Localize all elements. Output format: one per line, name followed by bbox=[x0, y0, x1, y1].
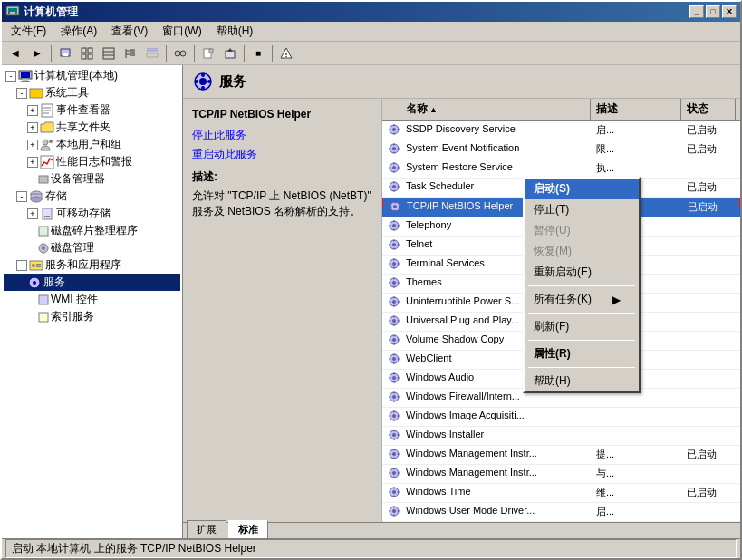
col-header-status[interactable]: 状态 bbox=[681, 99, 736, 120]
table-row[interactable]: Windows Management Instr...与...自动 bbox=[382, 465, 740, 484]
expand-root[interactable]: - bbox=[5, 71, 16, 82]
toolbar-import[interactable] bbox=[220, 44, 240, 63]
expand-removable[interactable]: + bbox=[27, 208, 38, 219]
ctx-sep2 bbox=[528, 313, 635, 314]
svg-point-165 bbox=[390, 434, 391, 436]
tree-item-wmi[interactable]: WMI 控件 bbox=[4, 291, 180, 308]
expand-storage[interactable]: - bbox=[16, 191, 27, 202]
tab-extended[interactable]: 扩展 bbox=[187, 520, 226, 538]
main-window: 计算机管理 _ □ ✕ 文件(F) 操作(A) 查看(V) 窗口(W) 帮助(H… bbox=[0, 0, 742, 560]
tree-item-users[interactable]: + 本地用户和组 bbox=[4, 136, 180, 153]
svg-point-170 bbox=[393, 458, 395, 459]
svg-point-123 bbox=[390, 301, 391, 303]
expand-share[interactable]: + bbox=[27, 122, 38, 133]
table-row[interactable]: Windows Installer手动 bbox=[382, 427, 740, 446]
row-icon bbox=[382, 237, 400, 255]
table-row[interactable]: System Restore Service执...已禁用 bbox=[382, 159, 740, 179]
minimize-button[interactable]: _ bbox=[689, 5, 704, 18]
restart-service-link[interactable]: 重启动此服务 bbox=[192, 147, 372, 162]
svg-point-108 bbox=[392, 262, 396, 266]
svg-point-64 bbox=[207, 80, 211, 83]
tree-item-event[interactable]: + 事件查看器 bbox=[4, 101, 180, 119]
svg-point-114 bbox=[392, 281, 396, 285]
row-name: Windows User Mode Driver... bbox=[400, 503, 591, 521]
table-row[interactable]: Windows Management Instr...提...已启动自动 bbox=[382, 446, 740, 465]
expand-event[interactable]: + bbox=[27, 105, 38, 116]
maximize-button[interactable]: □ bbox=[706, 5, 720, 18]
tools-icon bbox=[29, 86, 43, 101]
toolbar-list[interactable] bbox=[142, 44, 162, 63]
toolbar-sep3[interactable] bbox=[170, 44, 190, 63]
col-header-icon bbox=[382, 99, 400, 120]
tree-item-svcapp[interactable]: - 服务和应用程序 bbox=[4, 256, 180, 274]
disk-icon bbox=[38, 243, 49, 254]
ctx-sep3 bbox=[528, 340, 635, 341]
tree-item-defrag[interactable]: 磁盘碎片整理程序 bbox=[4, 222, 180, 239]
toolbar-grid1[interactable] bbox=[77, 44, 97, 63]
toolbar-grid2[interactable] bbox=[99, 44, 119, 63]
ctx-item-alltasks[interactable]: 所有任务(K) ▶ bbox=[525, 289, 639, 310]
toolbar-export[interactable] bbox=[198, 44, 218, 63]
tree-item-perf[interactable]: + 性能日志和警报 bbox=[4, 153, 180, 170]
toolbar-tree[interactable] bbox=[120, 44, 140, 63]
tree-item-services[interactable]: 服务 bbox=[4, 274, 180, 291]
col-header-desc[interactable]: 描述 bbox=[591, 99, 681, 120]
toolbar-help[interactable] bbox=[276, 44, 296, 63]
ctx-sep1 bbox=[528, 285, 635, 286]
tree-item-tools[interactable]: - 系统工具 bbox=[4, 84, 180, 101]
tree-item-device[interactable]: 设备管理器 bbox=[4, 170, 180, 188]
stop-service-link[interactable]: 停止此服务 bbox=[192, 128, 372, 143]
menu-action[interactable]: 操作(A) bbox=[53, 22, 104, 41]
toolbar-back[interactable]: ◀ bbox=[5, 44, 25, 63]
svg-point-50 bbox=[42, 246, 45, 250]
toolbar-up[interactable] bbox=[55, 44, 75, 63]
menu-window[interactable]: 窗口(W) bbox=[155, 22, 208, 41]
ctx-item-refresh[interactable]: 刷新(F) bbox=[525, 316, 639, 337]
close-button[interactable]: ✕ bbox=[722, 5, 737, 18]
panel-title: 服务 bbox=[219, 73, 246, 91]
ctx-item-help[interactable]: 帮助(H) bbox=[525, 371, 639, 391]
tab-standard[interactable]: 标准 bbox=[228, 520, 268, 538]
menu-file[interactable]: 文件(F) bbox=[4, 22, 53, 41]
table-row[interactable]: SSDP Discovery Service启...已启动手动 bbox=[382, 121, 740, 140]
expand-users[interactable]: + bbox=[27, 140, 38, 150]
ctx-item-pause[interactable]: 暂停(U) bbox=[525, 220, 639, 241]
svg-point-66 bbox=[392, 128, 396, 131]
svg-point-171 bbox=[390, 453, 391, 455]
col-header-name[interactable]: 名称 ▲ bbox=[400, 99, 591, 120]
row-desc bbox=[591, 408, 681, 426]
toolbar-stop[interactable]: ■ bbox=[248, 44, 268, 63]
expand-tools[interactable]: - bbox=[16, 88, 27, 99]
col-header-startup[interactable]: 启动类型 bbox=[736, 99, 740, 120]
table-row[interactable]: Windows Time维...已启动自动 bbox=[382, 484, 740, 503]
ctx-item-properties[interactable]: 属性(R) bbox=[525, 343, 639, 364]
ctx-item-stop[interactable]: 停止(T) bbox=[525, 199, 639, 220]
table-row[interactable]: Windows Image Acquisiti...自动 bbox=[382, 408, 740, 427]
tree-item-share[interactable]: + 共享文件夹 bbox=[4, 119, 180, 136]
table-row[interactable]: System Event Notification限...已启动自动 bbox=[382, 140, 740, 159]
svg-point-61 bbox=[201, 73, 205, 77]
svg-rect-30 bbox=[21, 72, 30, 78]
tree-item-storage[interactable]: - 存储 bbox=[4, 188, 180, 205]
ctx-item-restart[interactable]: 重新启动(E) bbox=[525, 262, 639, 283]
ctx-item-start[interactable]: 启动(S) bbox=[525, 179, 639, 199]
menu-view[interactable]: 查看(V) bbox=[104, 22, 155, 41]
panel-services-icon bbox=[192, 71, 214, 92]
svg-rect-6 bbox=[88, 48, 92, 53]
table-row[interactable]: Windows User Mode Driver...启...手动 bbox=[382, 503, 740, 522]
tree-item-diskman[interactable]: 磁盘管理 bbox=[4, 239, 180, 256]
tree-label-perf: 性能日志和警报 bbox=[56, 154, 132, 169]
svg-marker-25 bbox=[227, 48, 233, 52]
tree-item-removable[interactable]: + 可移动存储 bbox=[4, 205, 180, 222]
ctx-item-resume[interactable]: 恢复(M) bbox=[525, 241, 639, 262]
expand-perf[interactable]: + bbox=[27, 157, 38, 168]
expand-svcapp[interactable]: - bbox=[16, 260, 27, 271]
svg-point-136 bbox=[398, 339, 400, 341]
tree-item-index[interactable]: 索引服务 bbox=[4, 308, 180, 325]
toolbar-forward[interactable]: ▶ bbox=[27, 44, 47, 63]
row-status bbox=[681, 503, 736, 521]
svg-point-188 bbox=[393, 515, 395, 517]
tree-item-root[interactable]: - 计算机管理(本地) bbox=[4, 67, 180, 84]
svg-point-153 bbox=[390, 396, 391, 398]
menu-help[interactable]: 帮助(H) bbox=[209, 22, 261, 41]
